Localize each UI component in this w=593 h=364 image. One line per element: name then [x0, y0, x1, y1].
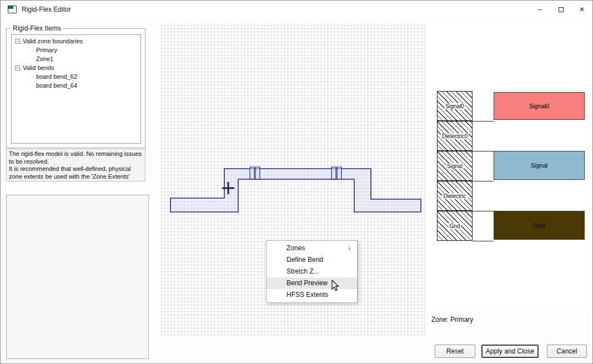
menu-item-define-bend[interactable]: Define Bend: [267, 254, 357, 266]
menu-item-bend-preview[interactable]: Bend Preview: [267, 277, 357, 289]
stackup-layer-signal0: Signal0: [437, 91, 473, 121]
layer-separator-line: [473, 151, 494, 151]
menu-item-hfss-extents[interactable]: HFSS Extents: [267, 289, 357, 301]
tree-connector-icon: ··: [31, 81, 34, 90]
bend-line-tab: [337, 167, 341, 179]
layer-name-label: Gnd: [449, 223, 461, 229]
app-icon: [8, 6, 17, 13]
layer-name-label: Signal0: [444, 103, 465, 109]
title-bar: Rigid-Flex Editor – ✕: [1, 1, 592, 18]
collapse-icon[interactable]: −: [15, 65, 20, 70]
menu-item-stretch-z[interactable]: Stretch Z...: [267, 266, 357, 277]
stackup-layer-signal: Signal: [437, 151, 473, 181]
mouse-cursor-icon: [331, 280, 340, 292]
tree-item-label: Valid zone boundaries: [23, 37, 83, 46]
bend-line-tab: [331, 167, 336, 179]
layer-color-box-signal: Signal: [494, 151, 585, 180]
layer-box-label: Gnd: [534, 222, 545, 229]
layer-name-label: Dielectric0: [441, 133, 469, 139]
tree-item-valid-zone-boundaries[interactable]: − Valid zone boundaries: [14, 37, 140, 46]
bend-line-tab: [250, 167, 254, 179]
maximize-button[interactable]: [550, 1, 571, 18]
layer-separator-line: [473, 121, 494, 122]
layer-name-label: Signal: [446, 163, 464, 169]
minimize-button[interactable]: –: [529, 1, 550, 18]
layer-separator-line: [473, 181, 494, 181]
menu-item-label: Define Bend: [287, 256, 323, 264]
tree-connector-icon: ··: [31, 46, 34, 54]
window-title: Rigid-Flex Editor: [22, 6, 71, 13]
minimize-icon: –: [538, 6, 542, 13]
menu-item-label: Stretch Z...: [287, 267, 319, 275]
layer-box-label: Signal0: [529, 103, 550, 109]
rigid-flex-editor-window: Rigid-Flex Editor – ✕ Rigid-Flex Items −…: [0, 0, 593, 364]
layer-color-box-gnd: Gnd: [494, 211, 585, 240]
flex-board-outline: [170, 169, 421, 212]
submenu-arrow-icon: ›: [348, 242, 350, 254]
tree-item-label: board bend_62: [36, 72, 77, 81]
tree-connector-icon: ··: [31, 54, 34, 63]
zone-indicator: Zone: Primary: [431, 316, 473, 323]
stackup-layer-dielectric: Dielectric: [437, 181, 473, 211]
stackup-layer-gnd: Gnd: [437, 211, 473, 241]
layer-separator-line: [473, 241, 494, 241]
apply-and-close-button[interactable]: Apply and Close: [481, 345, 539, 358]
rigid-flex-items-tree[interactable]: − Valid zone boundaries ·· Primary ·· Zo…: [11, 34, 141, 144]
status-line: The rigid-flex model is valid. No remain…: [9, 150, 143, 165]
collapse-icon[interactable]: −: [15, 39, 20, 44]
layer-color-box-signal0: Signal0: [494, 92, 585, 120]
layer-separator-line: [473, 211, 494, 211]
context-menu: Zones › Define Bend Stretch Z... Bend Pr…: [266, 240, 358, 303]
tree-item-primary[interactable]: ·· Primary: [14, 46, 140, 54]
layer-name-label: Dielectric: [442, 193, 467, 199]
maximize-icon: [559, 7, 564, 12]
menu-item-label: Zones: [287, 244, 305, 252]
bend-line-tab: [255, 167, 260, 179]
tree-item-board-bend-62[interactable]: ·· board bend_62: [14, 72, 140, 81]
rigid-flex-items-group: Rigid-Flex Items − Valid zone boundaries…: [6, 28, 145, 148]
tree-item-label: board bend_64: [36, 81, 77, 90]
properties-panel: [6, 195, 149, 359]
menu-item-zones[interactable]: Zones ›: [267, 242, 357, 254]
tree-item-label: Zone1: [36, 54, 53, 63]
status-line: It is recommended that well-defined, phy…: [9, 165, 143, 181]
window-controls: – ✕: [529, 1, 592, 18]
tree-item-label: Valid bends: [23, 63, 54, 72]
reset-button[interactable]: Reset: [435, 345, 475, 358]
close-button[interactable]: ✕: [571, 1, 592, 18]
tree-item-zone1[interactable]: ·· Zone1: [14, 54, 140, 63]
tree-item-valid-bends[interactable]: − Valid bends: [14, 63, 140, 72]
validation-status-message: The rigid-flex model is valid. No remain…: [6, 149, 145, 181]
stackup-preview-panel: Signal0 Dielectric0 Signal Dielectric Gn…: [431, 24, 588, 309]
tree-item-board-bend-64[interactable]: ·· board bend_64: [14, 81, 140, 90]
tree-connector-icon: ··: [31, 72, 34, 81]
design-canvas[interactable]: Zones › Define Bend Stretch Z... Bend Pr…: [161, 24, 425, 335]
menu-item-label: Bend Preview: [287, 279, 328, 287]
group-title: Rigid-Flex Items: [11, 24, 63, 32]
stackup-layer-dielectric0: Dielectric0: [437, 121, 473, 151]
menu-item-label: HFSS Extents: [287, 291, 328, 299]
close-icon: ✕: [579, 6, 585, 13]
layer-box-label: Signal: [531, 162, 548, 169]
tree-item-label: Primary: [36, 46, 57, 54]
cancel-button[interactable]: Cancel: [547, 345, 587, 358]
